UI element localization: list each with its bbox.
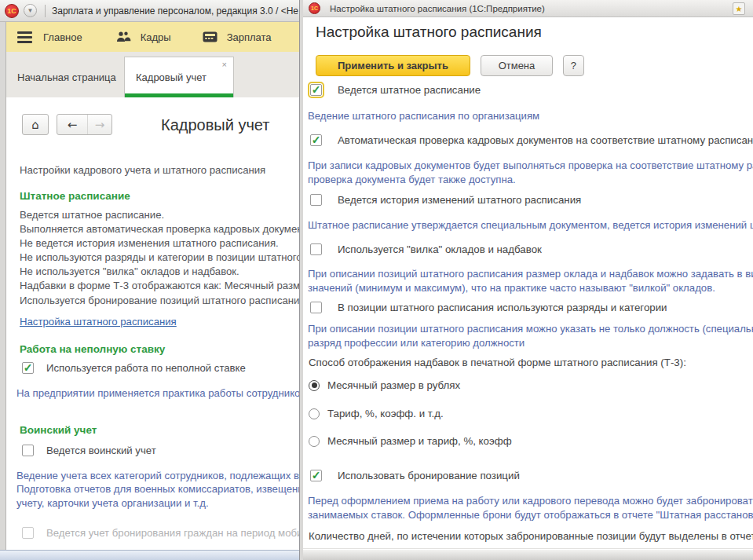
radio-row-monthly-and-tariff[interactable]: Месячный размер и тариф, %, коэфф (309, 435, 512, 447)
tab-personnel-accounting[interactable]: Кадровый учет × (124, 57, 234, 97)
radio-label[interactable]: Месячный размер и тариф, %, коэфф (327, 435, 512, 447)
checkbox-label[interactable]: Ведется воинский учет (46, 445, 156, 456)
checkbox-label[interactable]: Использовать бронирование позиций (338, 470, 520, 481)
grades-hint: При описании позиции штатного расписания… (308, 322, 753, 350)
titlebar-separator (45, 5, 46, 17)
people-icon (115, 31, 131, 42)
radio-monthly-and-tariff[interactable] (309, 436, 320, 447)
checkbox-autocheck[interactable] (310, 134, 322, 146)
part-time-checkbox-row[interactable]: Используется работа по неполной ставке (22, 362, 246, 374)
history-checkbox-row[interactable]: Ведется история изменений штатного распи… (310, 194, 581, 206)
history-nav-group: ← → (57, 114, 112, 135)
military-hint-lines: Ведение учета всех категорий сотрудников… (16, 469, 304, 510)
hint-line: занимаемых ставок. Оформленные брони буд… (308, 508, 753, 522)
checkbox-grades[interactable] (310, 302, 322, 313)
main-window-title: Зарплата и управление персоналом, редакц… (52, 5, 325, 16)
checkbox-label[interactable]: Автоматическая проверка кадровых докумен… (338, 134, 753, 146)
autocheck-checkbox-row[interactable]: Автоматическая проверка кадровых докумен… (310, 134, 753, 146)
back-button[interactable]: ← (57, 115, 87, 134)
page-intro: Настройки кадрового учета и штатного рас… (20, 164, 265, 176)
menu-item-main[interactable]: Главное (0, 31, 82, 43)
checkbox-label[interactable]: Используется "вилка" окладов и надбавок (338, 243, 542, 255)
dialog-frame-bottom (303, 548, 753, 560)
summary-line: Не используется "вилка" окладов и надбав… (20, 265, 306, 279)
dialog-heading: Настройка штатного расписания (316, 24, 542, 41)
hint-line: При описании позиции штатного расписания… (308, 322, 753, 336)
menu-item-label: Кадры (141, 31, 171, 43)
staff-schedule-settings-link[interactable]: Настройка штатного расписания (20, 316, 177, 328)
hint-line: При описании позиций штатного расписания… (308, 267, 753, 281)
hint-line: учету, карточки учета организации и т.д. (16, 496, 304, 510)
summary-line: Надбавки в форме Т-3 отображаются как: М… (20, 279, 306, 293)
home-button[interactable]: ⌂ (22, 114, 49, 135)
system-menu-chevron-icon[interactable]: ▼ (24, 4, 37, 17)
radio-row-tariff[interactable]: Тариф, %, коэфф. и т.д. (309, 408, 444, 419)
radio-row-monthly-rub[interactable]: Месячный размер в рублях (309, 379, 460, 391)
checkbox-label[interactable]: Ведется штатное расписание (338, 84, 481, 96)
checkbox-booking[interactable] (310, 470, 322, 481)
back-arrow-icon: ← (68, 118, 78, 132)
checkbox-label[interactable]: В позиции штатного расписания используют… (338, 302, 667, 313)
tab-label: Начальная страница (17, 71, 116, 83)
apply-and-close-button[interactable]: Применить и закрыть (316, 55, 470, 76)
checkbox-schedule[interactable] (310, 84, 322, 96)
checkbox-military[interactable] (22, 445, 34, 456)
summary-line: Выполняется автоматическая проверка кадр… (20, 222, 306, 236)
close-icon[interactable]: × (222, 60, 227, 69)
summary-line: Не используются разряды и категории в по… (20, 251, 306, 265)
menu-item-personnel[interactable]: Кадры (115, 31, 171, 43)
fork-checkbox-row[interactable]: Используется "вилка" окладов и надбавок (310, 243, 542, 255)
section-heading-military: Воинский учет (20, 424, 97, 436)
schedule-checkbox-row[interactable]: Ведется штатное расписание (310, 84, 481, 96)
summary-line: Не ведется история изменения штатного ра… (20, 236, 306, 251)
window-frame-left (0, 22, 6, 560)
menu-item-label: Главное (43, 31, 82, 43)
section-heading-part-time: Работа на неполную ставку (20, 343, 165, 355)
military-checkbox-row[interactable]: Ведется воинский учет (22, 445, 156, 456)
mobilization-checkbox-row: Ведется учет бронирования граждан на пер… (22, 527, 302, 539)
booking-hint: Перед оформлением приема на работу или к… (308, 494, 753, 522)
checkbox-label: Ведется учет бронирования граждан на пер… (46, 527, 302, 539)
part-time-hint: На предприятии применяется практика рабо… (16, 386, 305, 400)
booking-checkbox-row[interactable]: Использовать бронирование позиций (310, 470, 520, 481)
page-title: Кадровый учет (161, 116, 269, 134)
radio-label[interactable]: Месячный размер в рублях (327, 379, 460, 391)
help-button[interactable]: ? (563, 55, 584, 76)
tab-start-page[interactable]: Начальная страница (0, 57, 124, 97)
checkbox-fork[interactable] (310, 243, 322, 255)
fork-hint: При описании позиций штатного расписания… (308, 267, 753, 295)
staff-schedule-settings-dialog: 1С Настройка штатного расписания (1С:Пре… (299, 0, 753, 560)
checkbox-label[interactable]: Используется работа по неполной ставке (46, 362, 246, 374)
section-heading-staff-schedule: Штатное расписание (20, 190, 130, 202)
tab-label: Кадровый учет (136, 71, 207, 83)
hamburger-icon (17, 31, 32, 43)
summary-line: Ведется штатное расписание. (20, 208, 306, 222)
checkbox-label[interactable]: Ведется история изменений штатного распи… (338, 194, 581, 206)
1c-logo-icon: 1С (309, 2, 320, 14)
hint-line: Ведение учета всех категорий сотрудников… (16, 469, 304, 482)
checkbox-mobilization-disabled (22, 527, 34, 539)
booking-days-label: Количество дней, по истечении которых за… (309, 530, 753, 542)
hint-line: разряд профессии или категорию должности (308, 336, 753, 350)
home-icon: ⌂ (31, 118, 39, 132)
radio-tariff[interactable] (309, 408, 320, 419)
radio-label[interactable]: Тариф, %, коэфф. и т.д. (327, 408, 444, 419)
schedule-hint: Ведение штатного расписания по организац… (308, 109, 539, 123)
dialog-titlebar[interactable]: 1С Настройка штатного расписания (1С:Пре… (303, 0, 753, 17)
grades-checkbox-row[interactable]: В позиции штатного расписания используют… (310, 302, 667, 313)
menu-item-label: Зарплата (227, 31, 272, 43)
radio-monthly-rub[interactable] (309, 380, 320, 391)
forward-arrow-icon: → (95, 118, 105, 132)
favorite-star-icon[interactable]: ★ (733, 2, 745, 15)
hint-line: Перед оформлением приема на работу или к… (308, 494, 753, 508)
cancel-button[interactable]: Отмена (481, 55, 553, 76)
1c-logo-icon: 1С (5, 4, 19, 18)
calculator-icon (203, 31, 217, 42)
menu-item-salary[interactable]: Зарплата (203, 31, 272, 43)
hint-line: При записи кадровых документов будет вып… (308, 159, 753, 173)
summary-line: Используется бронирование позиций штатно… (20, 294, 306, 308)
checkbox-part-time[interactable] (22, 362, 34, 374)
hint-line: значений (минимум и максимум), что на пр… (308, 281, 753, 295)
checkbox-history[interactable] (310, 194, 322, 206)
dialog-title: Настройка штатного расписания (1С:Предпр… (330, 4, 545, 13)
